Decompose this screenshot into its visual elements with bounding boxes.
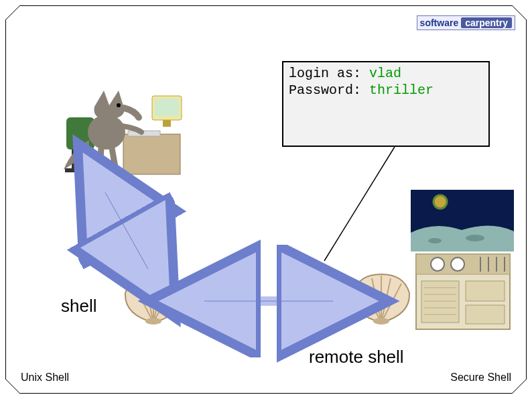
svg-rect-16 xyxy=(128,131,160,136)
svg-point-28 xyxy=(431,258,444,271)
login-prompt: login as: xyxy=(289,66,361,81)
terminal-line-1: login as: vlad xyxy=(289,65,483,82)
svg-marker-6 xyxy=(512,379,527,394)
label-remote-shell: remote shell xyxy=(309,347,404,367)
svg-line-1 xyxy=(5,5,20,20)
svg-rect-35 xyxy=(466,281,505,301)
logo-word-software: software xyxy=(420,17,459,28)
svg-rect-14 xyxy=(155,99,179,116)
password-value: thriller xyxy=(361,82,434,98)
svg-point-18 xyxy=(117,103,121,107)
svg-rect-12 xyxy=(123,134,180,174)
svg-rect-11 xyxy=(65,168,84,172)
svg-rect-34 xyxy=(421,281,459,323)
svg-rect-36 xyxy=(466,305,505,324)
svg-line-5 xyxy=(5,379,20,394)
slide-frame: software carpentry login as: vlad Passwo… xyxy=(5,5,527,394)
terminal-box: login as: vlad Password: thriller xyxy=(282,61,490,147)
double-arrow-horizontal-icon xyxy=(195,288,342,315)
svg-point-25 xyxy=(466,235,484,241)
svg-point-24 xyxy=(428,238,442,243)
svg-point-19 xyxy=(145,318,161,325)
terminal-line-2: Password: thriller xyxy=(289,82,483,99)
svg-marker-0 xyxy=(5,5,20,20)
footer-left: Unix Shell xyxy=(21,372,69,384)
password-prompt: Password: xyxy=(289,82,361,98)
svg-point-17 xyxy=(88,115,125,150)
moon-base-computer-icon xyxy=(408,187,517,335)
svg-point-29 xyxy=(451,258,464,271)
svg-rect-15 xyxy=(163,120,171,127)
callout-line-icon xyxy=(321,147,401,268)
svg-line-43 xyxy=(105,192,148,269)
login-value: vlad xyxy=(361,66,401,81)
label-shell: shell xyxy=(61,296,96,317)
wolf-at-computer-icon xyxy=(60,70,187,181)
logo-word-carpentry: carpentry xyxy=(461,17,512,28)
svg-point-20 xyxy=(373,318,389,325)
svg-line-8 xyxy=(324,147,395,261)
footer-right: Secure Shell xyxy=(450,372,511,384)
svg-line-7 xyxy=(512,379,527,394)
double-arrow-vertical-icon xyxy=(86,180,167,281)
svg-marker-4 xyxy=(5,379,20,394)
software-carpentry-logo: software carpentry xyxy=(417,15,515,30)
seashell-remote-icon xyxy=(348,272,415,325)
